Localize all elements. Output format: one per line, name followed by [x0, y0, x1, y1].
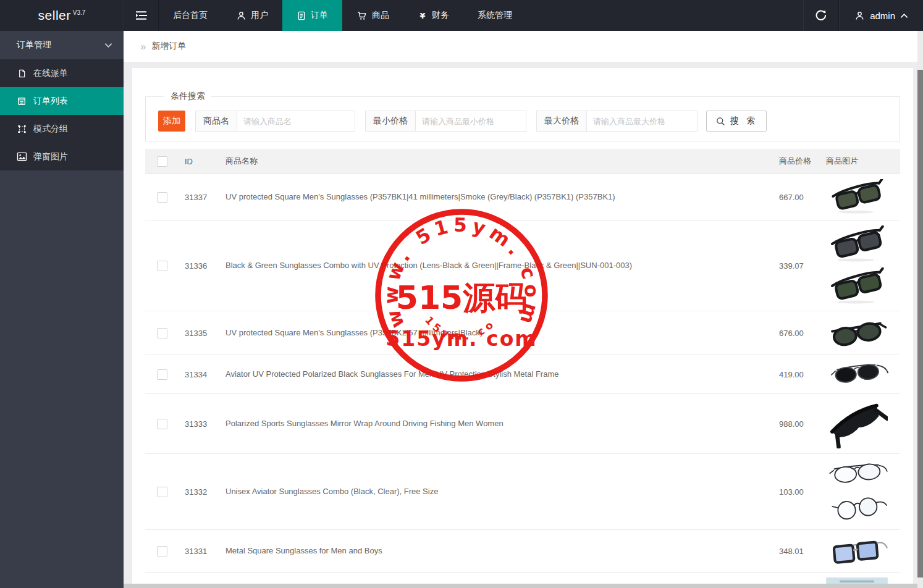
product-price: 339.07	[779, 261, 826, 271]
product-id: 31335	[176, 329, 217, 338]
refresh-button[interactable]	[803, 0, 839, 31]
product-image-glasses-aviator-clear	[826, 459, 888, 489]
column-header-id: ID	[176, 157, 217, 166]
app-logo: seller V3.7	[0, 0, 124, 31]
topnav-item-5[interactable]: ¥财务	[403, 0, 463, 31]
sidebar-item-label: 弹窗图片	[33, 151, 68, 162]
top-navigation: 后台首页用户订单商品¥财务系统管理	[159, 0, 526, 31]
search-field-input-2[interactable]	[415, 111, 526, 132]
sidebar-group-order-management[interactable]: 订单管理	[0, 31, 124, 59]
sidebar-item-label: 模式分组	[33, 124, 68, 135]
topnav-item-label: 系统管理	[478, 10, 512, 21]
search-field-label: 最小价格	[365, 111, 415, 132]
product-price: 667.00	[779, 193, 826, 202]
chevron-down-icon	[104, 43, 112, 48]
sidebar-item-3[interactable]: 模式分组	[0, 115, 124, 143]
table-row: 31336Black & Green Sunglasses Combo with…	[145, 220, 900, 311]
user-menu[interactable]: admin	[839, 0, 923, 31]
horizontal-scrollbar[interactable]	[124, 584, 917, 588]
svg-text:¥: ¥	[420, 10, 426, 20]
user-icon	[854, 10, 865, 21]
column-header-price: 商品价格	[779, 156, 826, 167]
table-row: 31335UV protected Square Men's Sunglasse…	[145, 311, 900, 355]
hamburger-icon	[135, 10, 147, 20]
search-field-label: 最大价格	[536, 111, 586, 132]
brand-name: seller	[38, 8, 71, 23]
product-name: UV protected Square Men's Sunglasses (P3…	[217, 322, 779, 344]
menu-collapse-button[interactable]	[124, 0, 159, 31]
product-name: Unisex Aviator Sunglasses Combo (Black, …	[217, 481, 779, 503]
main-content: » 新增订单 条件搜索 添加 商品名最小价格最大价格 搜 索 ID 商品名称 商…	[124, 31, 923, 588]
table-row: 31337UV protected Square Men's Sunglasse…	[145, 174, 900, 220]
product-id: 31331	[176, 547, 217, 556]
product-name: Aviator UV Protected Polarized Black Sun…	[217, 363, 779, 385]
table-row: 31333Polarized Sports Sunglasses Mirror …	[145, 394, 900, 454]
breadcrumb: » 新增订单	[124, 31, 923, 62]
product-id: 31336	[176, 261, 217, 271]
search-panel-legend: 条件搜索	[164, 91, 211, 102]
product-image-glasses-round-clear	[826, 492, 888, 524]
topnav-item-label: 后台首页	[173, 10, 208, 21]
sidebar-item-1[interactable]: 在线派单	[0, 59, 124, 87]
row-checkbox[interactable]	[157, 546, 167, 556]
search-icon	[715, 116, 726, 127]
product-image-sunglasses-wayfarer-green	[826, 179, 888, 215]
picture-icon	[16, 152, 27, 161]
product-price: 103.00	[779, 487, 826, 497]
topnav-item-4[interactable]: 商品	[342, 0, 403, 31]
row-checkbox[interactable]	[157, 328, 167, 338]
search-field-group-3: 最大价格	[536, 111, 698, 132]
topnav-item-label: 订单	[311, 10, 328, 21]
row-checkbox[interactable]	[157, 419, 167, 429]
product-id: 31332	[176, 487, 217, 497]
product-price: 676.00	[779, 329, 826, 338]
order-list-icon	[16, 96, 27, 106]
search-button[interactable]: 搜 索	[706, 111, 767, 132]
topnav-item-2[interactable]: 用户	[222, 0, 282, 31]
topnav-item-3[interactable]: 订单	[282, 0, 342, 31]
user-icon	[236, 10, 247, 21]
row-checkbox[interactable]	[157, 487, 167, 497]
product-id: 31333	[176, 419, 217, 429]
product-price: 988.00	[779, 419, 826, 429]
yen-icon: ¥	[418, 10, 428, 21]
row-checkbox[interactable]	[157, 369, 167, 380]
topbar-right: admin	[803, 0, 923, 31]
sidebar-item-2[interactable]: 订单列表	[0, 87, 124, 115]
sidebar-item-4[interactable]: 弹窗图片	[0, 143, 124, 170]
products-table: ID 商品名称 商品价格 商品图片 31337UV protected Squa…	[145, 149, 900, 588]
search-field-input-3[interactable]	[586, 111, 698, 132]
search-field-label: 商品名	[195, 111, 237, 132]
column-header-image: 商品图片	[826, 156, 900, 167]
product-name: UV protected Square Men's Sunglasses (P3…	[217, 186, 779, 208]
product-name: Black & Green Sunglasses Combo with UV P…	[217, 254, 779, 277]
cart-icon	[356, 10, 368, 21]
select-all-checkbox[interactable]	[157, 156, 167, 167]
row-checkbox[interactable]	[157, 261, 167, 271]
topnav-item-1[interactable]: 后台首页	[159, 0, 222, 31]
search-field-input-1[interactable]	[237, 111, 355, 132]
group-icon	[16, 124, 27, 134]
brand-version: V3.7	[73, 9, 86, 16]
sidebar-submenu: 在线派单订单列表模式分组弹窗图片	[0, 59, 124, 170]
product-name: Polarized Sports Sunglasses Mirror Wrap …	[217, 413, 779, 435]
topbar: seller V3.7 后台首页用户订单商品¥财务系统管理 admin	[0, 0, 923, 31]
table-header-row: ID 商品名称 商品价格 商品图片	[145, 149, 900, 174]
file-icon	[16, 69, 27, 78]
vertical-scrollbar-thumb[interactable]	[917, 70, 923, 578]
content-card: 条件搜索 添加 商品名最小价格最大价格 搜 索 ID 商品名称 商品价格 商品图…	[132, 68, 913, 588]
topnav-item-label: 用户	[251, 10, 268, 21]
product-image-sunglasses-wayfarer-green2	[826, 267, 888, 306]
product-id: 31337	[176, 193, 217, 202]
search-field-group-2: 最小价格	[365, 111, 526, 132]
topnav-item-6[interactable]: 系统管理	[463, 0, 526, 31]
product-name: Metal Square Sunglasses for Men and Boys	[217, 540, 779, 562]
search-panel: 条件搜索 添加 商品名最小价格最大价格 搜 索	[145, 91, 900, 141]
vertical-scrollbar[interactable]	[917, 31, 923, 588]
double-chevron-right-icon: »	[140, 41, 146, 52]
row-checkbox[interactable]	[157, 192, 167, 203]
table-row: 31334Aviator UV Protected Polarized Blac…	[145, 355, 900, 394]
refresh-icon	[815, 9, 827, 22]
add-button[interactable]: 添加	[158, 111, 185, 132]
chevron-up-icon	[900, 13, 908, 19]
